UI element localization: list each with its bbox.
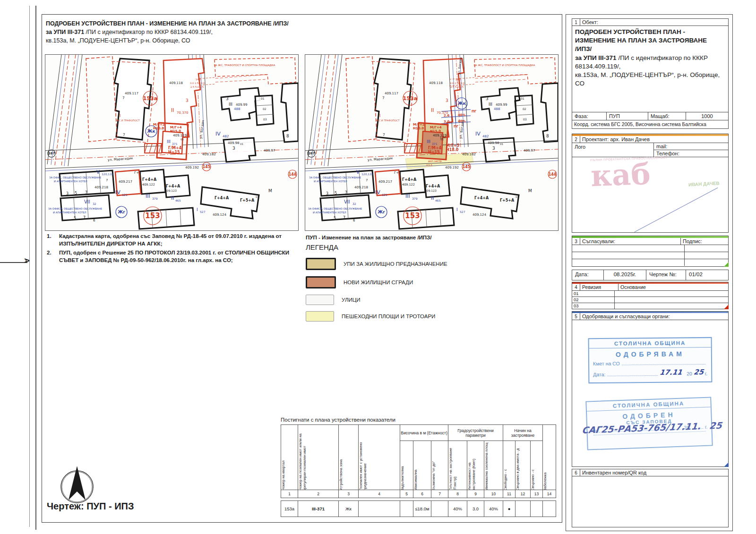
svg-text:7: 7 bbox=[366, 178, 368, 182]
svg-text:01: 01 bbox=[261, 97, 265, 100]
svg-text:3: 3 bbox=[446, 98, 448, 103]
param-col-number: 2 bbox=[298, 490, 339, 498]
svg-text:120,133: 120,133 bbox=[361, 172, 373, 176]
svg-text:ПГ: ПГ bbox=[454, 125, 459, 128]
revision-row[interactable]: 03 bbox=[572, 303, 728, 309]
param-cell bbox=[515, 501, 531, 517]
coord-system-row: Коорд. система БГС 2005, Височинна систе… bbox=[572, 120, 728, 128]
revision-row[interactable]: 01 bbox=[572, 291, 728, 297]
svg-text:379: 379 bbox=[412, 197, 418, 200]
svg-text:Н18.0: Н18.0 bbox=[446, 148, 459, 152]
svg-text:3.0 1.50 3.0: 3.0 1.50 3.0 bbox=[450, 82, 464, 85]
param-col-number: 3 bbox=[339, 490, 359, 498]
svg-text:409.192: 409.192 bbox=[185, 166, 199, 170]
mail-field[interactable]: mail: bbox=[654, 143, 728, 150]
param-cell: 153а bbox=[281, 501, 298, 517]
svg-text:409.123: 409.123 bbox=[165, 189, 177, 192]
svg-text:Жг: Жг bbox=[118, 210, 125, 214]
param-col-header: Минимална озеленена площ bbox=[484, 441, 503, 490]
svg-text:5: 5 bbox=[75, 191, 77, 195]
param-cell bbox=[359, 501, 400, 517]
svg-text:409.123: 409.123 bbox=[425, 189, 437, 192]
designer-stamp-name: ИВАН ДАЧЕВ bbox=[688, 180, 720, 187]
legend-heading: ПУП - Изменение на план за застрояване /… bbox=[306, 235, 504, 240]
param-col-header: Забележка bbox=[543, 425, 556, 490]
svg-text:409.117: 409.117 bbox=[385, 92, 398, 95]
svg-text:32: 32 bbox=[93, 202, 96, 205]
svg-text:Г+4+А: Г+4+А bbox=[166, 184, 180, 188]
svg-text:8: 8 bbox=[546, 134, 549, 138]
svg-text:01: 01 bbox=[240, 143, 243, 145]
svg-text:2.5 5.0 2.5: 2.5 5.0 2.5 bbox=[190, 85, 204, 88]
date-drawing-row: Дата: 08.2025г. Чертеж №: 01/02 bbox=[572, 270, 729, 280]
section-agreed: 3 Съгласували: Подпис: bbox=[572, 236, 729, 267]
svg-text:409.217: 409.217 bbox=[119, 180, 132, 184]
svg-text:153: 153 bbox=[405, 212, 420, 220]
param-col-header: Устройствена зона bbox=[339, 425, 359, 490]
agreed-row[interactable] bbox=[572, 245, 728, 252]
svg-text:7: 7 bbox=[345, 191, 347, 195]
param-col-number: 14 bbox=[543, 490, 556, 498]
svg-text:V: V bbox=[356, 170, 360, 175]
svg-text:III: III bbox=[229, 102, 232, 107]
param-col-header: Свързано в два имота - д bbox=[515, 441, 531, 490]
revision-row[interactable]: 02 bbox=[572, 297, 728, 303]
section-inventory: 6 Инвентарен номер/QR код bbox=[572, 469, 729, 527]
map-after-plan[interactable]: 153а153145144167ЖгЖк409.1177IЖС И ТРАФОП… bbox=[305, 54, 558, 231]
svg-text:527: 527 bbox=[200, 210, 206, 213]
svg-text:01: 01 bbox=[521, 97, 524, 100]
svg-text:5: 5 bbox=[335, 191, 337, 195]
param-col-number: 9 bbox=[467, 490, 484, 498]
svg-text:Н15.0: Н15.0 bbox=[430, 129, 441, 133]
param-col-number: 7 bbox=[431, 490, 448, 498]
svg-text:Г+4+А: Г+4+А bbox=[142, 178, 157, 182]
svg-text:И АПАРТАМЕНТЕН ХОТЕЛ: И АПАРТАМЕНТЕН ХОТЕЛ bbox=[54, 180, 87, 183]
svg-text:3.0: 3.0 bbox=[444, 120, 450, 124]
svg-text:371: 371 bbox=[432, 142, 438, 145]
svg-text:482: 482 bbox=[223, 135, 229, 138]
param-col-header: Плътност на застрояване (Пзастр) bbox=[448, 441, 467, 490]
svg-text:482: 482 bbox=[482, 135, 489, 138]
svg-text:14.0: 14.0 bbox=[455, 78, 461, 81]
svg-text:ЗА ОФИС, ОБЩЕСТВЕНО ОБСЛУЖВАНЕ: ЗА ОФИС, ОБЩЕСТВЕНО ОБСЛУЖВАНЕ bbox=[49, 176, 102, 179]
svg-text:III: III bbox=[489, 102, 492, 107]
svg-text:Г/М+4: Г/М+4 bbox=[428, 146, 442, 150]
page-edge-line bbox=[35, 6, 36, 530]
param-col-header: Интензивност на застрояване (Кинт) bbox=[467, 441, 484, 490]
svg-text:IV: IV bbox=[215, 131, 221, 137]
notes: 1. Кадастрална карта, одобрена със Запов… bbox=[47, 233, 308, 266]
svg-text:Г+4+А: Г+4+А bbox=[215, 196, 229, 200]
svg-text:ЗА ЖС, ТРАФОПОСТ И СПОРТНА ПЛО: ЗА ЖС, ТРАФОПОСТ И СПОРТНА ПЛОЩАДКА bbox=[214, 64, 275, 67]
svg-text:IV: IV bbox=[475, 131, 481, 137]
map-before-plan[interactable]: 153а153145144167ЖгЖк409.1177IЖС И ТРАФОП… bbox=[45, 54, 299, 231]
param-col-number: 12 bbox=[515, 490, 531, 498]
svg-text:409.117: 409.117 bbox=[125, 92, 138, 95]
svg-text:II: II bbox=[171, 195, 174, 201]
svg-text:III: III bbox=[146, 193, 150, 199]
svg-text:409.98: 409.98 bbox=[488, 141, 499, 145]
red-corner-triangle bbox=[724, 305, 729, 309]
section-revisions: 4 Ревизия Основание 01 02 03 bbox=[572, 282, 729, 309]
svg-text:2.6: 2.6 bbox=[444, 114, 450, 118]
svg-text:III: III bbox=[167, 139, 171, 144]
svg-text:144: 144 bbox=[289, 172, 297, 177]
svg-text:145: 145 bbox=[203, 165, 211, 169]
svg-text:III: III bbox=[405, 193, 410, 199]
agreed-row[interactable] bbox=[572, 259, 728, 266]
svg-text:03: 03 bbox=[263, 118, 267, 121]
param-col-number: 8 bbox=[448, 490, 467, 498]
params-table-title: Постигнати с плана устройствени показате… bbox=[281, 417, 556, 423]
page-edge-line bbox=[29, 6, 30, 527]
param-col-header: Възможна "от-до" bbox=[431, 441, 448, 490]
fold-marker: A bbox=[23, 258, 31, 263]
svg-text:527: 527 bbox=[460, 210, 465, 213]
legend-item: ПЕШЕХОДНИ ПЛОЩИ И ТРОТОАРИ bbox=[306, 311, 504, 322]
param-group-header: Височина в м (Етажност) bbox=[400, 425, 448, 441]
svg-text:Г+5+А: Г+5+А bbox=[240, 198, 255, 203]
legend-item: УПИ ЗА ЖИЛИЩНО ПРЕДНАЗНАЧЕНИЕ bbox=[306, 258, 504, 270]
svg-text:409.98: 409.98 bbox=[228, 141, 240, 145]
svg-text:Н15.0: Н15.0 bbox=[170, 129, 181, 133]
note-item: 1. Кадастрална карта, одобрена със Запов… bbox=[47, 233, 308, 247]
agreed-row[interactable] bbox=[572, 252, 728, 259]
legend-item: УЛИЦИ bbox=[306, 295, 504, 305]
